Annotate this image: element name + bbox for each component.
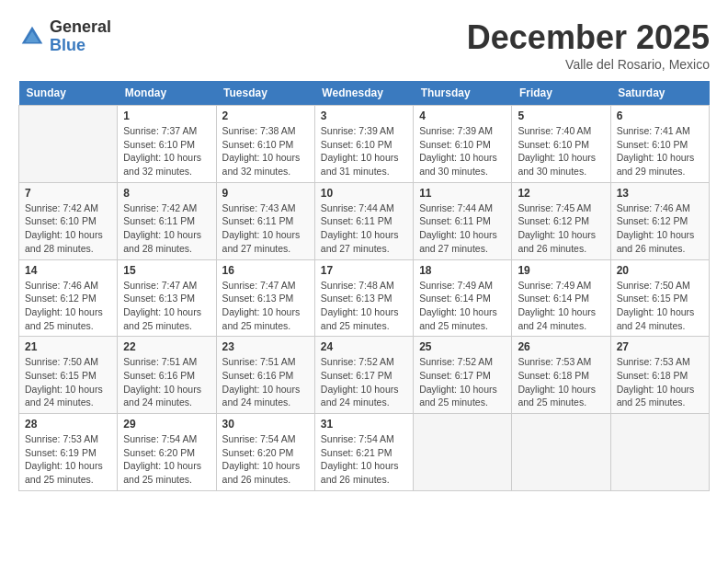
calendar-cell: 31Sunrise: 7:54 AM Sunset: 6:21 PM Dayli… [314,414,413,491]
col-header-wednesday: Wednesday [314,81,413,106]
day-info: Sunrise: 7:51 AM Sunset: 6:16 PM Dayligh… [222,355,309,409]
calendar-cell [512,414,610,491]
logo-blue: Blue [50,37,111,55]
day-info: Sunrise: 7:53 AM Sunset: 6:18 PM Dayligh… [518,355,604,409]
calendar-cell [19,106,118,183]
day-number: 17 [321,264,407,277]
calendar-cell: 30Sunrise: 7:54 AM Sunset: 6:20 PM Dayli… [216,414,314,491]
day-number: 31 [321,418,407,431]
calendar-week-row: 7Sunrise: 7:42 AM Sunset: 6:10 PM Daylig… [19,182,710,259]
day-number: 3 [321,109,407,122]
calendar-cell: 10Sunrise: 7:44 AM Sunset: 6:11 PM Dayli… [314,182,413,259]
day-number: 14 [25,264,111,277]
day-number: 16 [222,264,309,277]
day-number: 10 [321,187,407,200]
calendar-cell: 17Sunrise: 7:48 AM Sunset: 6:13 PM Dayli… [314,259,413,337]
day-number: 13 [617,187,703,200]
calendar-cell: 3Sunrise: 7:39 AM Sunset: 6:10 PM Daylig… [314,106,413,183]
day-number: 30 [222,418,309,431]
calendar-cell: 20Sunrise: 7:50 AM Sunset: 6:15 PM Dayli… [610,259,709,337]
day-info: Sunrise: 7:42 AM Sunset: 6:10 PM Dayligh… [25,201,111,256]
day-number: 27 [617,340,703,353]
calendar-cell: 14Sunrise: 7:46 AM Sunset: 6:12 PM Dayli… [19,259,118,337]
col-header-tuesday: Tuesday [216,81,314,106]
logo-general: General [50,18,111,37]
day-info: Sunrise: 7:49 AM Sunset: 6:14 PM Dayligh… [419,279,506,333]
calendar-cell: 13Sunrise: 7:46 AM Sunset: 6:12 PM Dayli… [610,182,709,259]
day-number: 25 [419,340,506,353]
day-info: Sunrise: 7:47 AM Sunset: 6:13 PM Dayligh… [123,279,210,333]
day-number: 11 [419,187,506,200]
location: Valle del Rosario, Mexico [467,57,710,72]
day-number: 2 [222,109,309,122]
day-number: 4 [419,109,506,122]
day-info: Sunrise: 7:44 AM Sunset: 6:11 PM Dayligh… [321,201,407,256]
col-header-friday: Friday [512,81,610,106]
calendar-cell: 26Sunrise: 7:53 AM Sunset: 6:18 PM Dayli… [512,337,610,414]
day-info: Sunrise: 7:48 AM Sunset: 6:13 PM Dayligh… [321,279,407,333]
title-area: December 2025 Valle del Rosario, Mexico [467,18,710,72]
calendar-week-row: 14Sunrise: 7:46 AM Sunset: 6:12 PM Dayli… [19,259,710,337]
day-info: Sunrise: 7:43 AM Sunset: 6:11 PM Dayligh… [222,201,309,256]
day-number: 5 [518,109,604,122]
day-number: 7 [25,187,111,200]
day-info: Sunrise: 7:54 AM Sunset: 6:21 PM Dayligh… [321,432,407,487]
day-number: 23 [222,340,309,353]
calendar-cell: 29Sunrise: 7:54 AM Sunset: 6:20 PM Dayli… [118,414,216,491]
calendar-cell: 22Sunrise: 7:51 AM Sunset: 6:16 PM Dayli… [118,337,216,414]
day-info: Sunrise: 7:52 AM Sunset: 6:17 PM Dayligh… [321,355,407,409]
day-info: Sunrise: 7:49 AM Sunset: 6:14 PM Dayligh… [518,279,604,333]
day-number: 26 [518,340,604,353]
day-info: Sunrise: 7:50 AM Sunset: 6:15 PM Dayligh… [25,355,111,409]
day-number: 15 [123,264,210,277]
day-info: Sunrise: 7:51 AM Sunset: 6:16 PM Dayligh… [123,355,210,409]
month-title: December 2025 [467,18,710,57]
calendar-cell: 19Sunrise: 7:49 AM Sunset: 6:14 PM Dayli… [512,259,610,337]
calendar-cell: 18Sunrise: 7:49 AM Sunset: 6:14 PM Dayli… [414,259,512,337]
calendar-cell: 8Sunrise: 7:42 AM Sunset: 6:11 PM Daylig… [118,182,216,259]
calendar-cell: 9Sunrise: 7:43 AM Sunset: 6:11 PM Daylig… [216,182,314,259]
logo-icon [18,23,46,51]
calendar-cell [610,414,709,491]
day-info: Sunrise: 7:45 AM Sunset: 6:12 PM Dayligh… [518,201,604,256]
day-info: Sunrise: 7:39 AM Sunset: 6:10 PM Dayligh… [321,124,407,178]
day-info: Sunrise: 7:54 AM Sunset: 6:20 PM Dayligh… [123,432,210,487]
day-info: Sunrise: 7:50 AM Sunset: 6:15 PM Dayligh… [617,279,703,333]
day-number: 8 [123,187,210,200]
calendar-cell: 24Sunrise: 7:52 AM Sunset: 6:17 PM Dayli… [314,337,413,414]
day-number: 18 [419,264,506,277]
day-info: Sunrise: 7:40 AM Sunset: 6:10 PM Dayligh… [518,124,604,178]
day-number: 28 [25,418,111,431]
day-number: 21 [25,340,111,353]
day-number: 12 [518,187,604,200]
day-info: Sunrise: 7:47 AM Sunset: 6:13 PM Dayligh… [222,279,309,333]
day-info: Sunrise: 7:52 AM Sunset: 6:17 PM Dayligh… [419,355,506,409]
calendar-cell: 12Sunrise: 7:45 AM Sunset: 6:12 PM Dayli… [512,182,610,259]
col-header-monday: Monday [118,81,216,106]
calendar-cell [414,414,512,491]
calendar-cell: 23Sunrise: 7:51 AM Sunset: 6:16 PM Dayli… [216,337,314,414]
calendar-cell: 27Sunrise: 7:53 AM Sunset: 6:18 PM Dayli… [610,337,709,414]
day-number: 6 [617,109,703,122]
calendar-cell: 1Sunrise: 7:37 AM Sunset: 6:10 PM Daylig… [118,106,216,183]
day-number: 22 [123,340,210,353]
calendar-cell: 15Sunrise: 7:47 AM Sunset: 6:13 PM Dayli… [118,259,216,337]
calendar-cell: 6Sunrise: 7:41 AM Sunset: 6:10 PM Daylig… [610,106,709,183]
day-info: Sunrise: 7:41 AM Sunset: 6:10 PM Dayligh… [617,124,703,178]
calendar-week-row: 28Sunrise: 7:53 AM Sunset: 6:19 PM Dayli… [19,414,710,491]
calendar-week-row: 1Sunrise: 7:37 AM Sunset: 6:10 PM Daylig… [19,106,710,183]
col-header-thursday: Thursday [414,81,512,106]
calendar-cell: 16Sunrise: 7:47 AM Sunset: 6:13 PM Dayli… [216,259,314,337]
day-info: Sunrise: 7:46 AM Sunset: 6:12 PM Dayligh… [617,201,703,256]
day-number: 1 [123,109,210,122]
calendar-cell: 25Sunrise: 7:52 AM Sunset: 6:17 PM Dayli… [414,337,512,414]
day-number: 20 [617,264,703,277]
day-number: 19 [518,264,604,277]
calendar: SundayMondayTuesdayWednesdayThursdayFrid… [18,81,710,491]
calendar-cell: 2Sunrise: 7:38 AM Sunset: 6:10 PM Daylig… [216,106,314,183]
day-info: Sunrise: 7:54 AM Sunset: 6:20 PM Dayligh… [222,432,309,487]
calendar-cell: 28Sunrise: 7:53 AM Sunset: 6:19 PM Dayli… [19,414,118,491]
day-info: Sunrise: 7:39 AM Sunset: 6:10 PM Dayligh… [419,124,506,178]
day-info: Sunrise: 7:37 AM Sunset: 6:10 PM Dayligh… [123,124,210,178]
day-info: Sunrise: 7:53 AM Sunset: 6:18 PM Dayligh… [617,355,703,409]
